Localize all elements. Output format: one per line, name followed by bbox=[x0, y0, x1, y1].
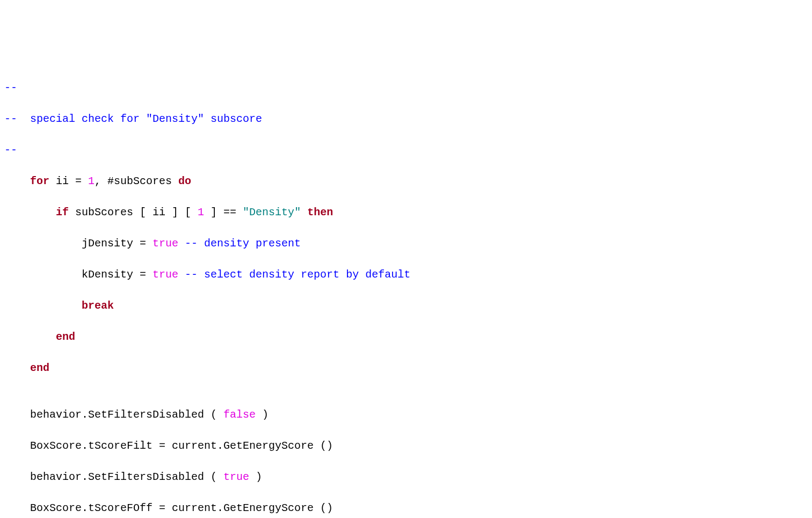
ident-token: ) bbox=[249, 471, 262, 483]
comment-token: -- bbox=[4, 144, 17, 156]
ident-token: jDensity = bbox=[4, 237, 153, 250]
ident-token: , #subScores bbox=[95, 175, 178, 187]
code-line: jDensity = true -- density present bbox=[4, 236, 808, 251]
ident-token bbox=[4, 300, 82, 312]
code-line: -- bbox=[4, 80, 808, 96]
ident-token: ii = bbox=[49, 175, 88, 187]
ident-token bbox=[178, 268, 185, 281]
keyword-token: then bbox=[307, 206, 333, 218]
keyword-token: if bbox=[56, 206, 69, 218]
ident-token: BoxScore.tScoreFilt = current.GetEnergyS… bbox=[4, 440, 333, 452]
code-line: for ii = 1, #subScores do bbox=[4, 173, 808, 189]
string-token: "Density" bbox=[243, 206, 301, 218]
keyword-token: do bbox=[178, 175, 191, 187]
keyword-token: end bbox=[30, 362, 49, 374]
ident-token: behavior.SetFiltersDisabled ( bbox=[4, 471, 223, 483]
boolean-token: true bbox=[153, 268, 178, 281]
ident-token: kDensity = bbox=[4, 268, 153, 281]
keyword-token: for bbox=[30, 175, 49, 187]
code-line: -- bbox=[4, 142, 808, 158]
ident-token: BoxScore.tScoreFOff = current.GetEnergyS… bbox=[4, 502, 333, 514]
ident-token bbox=[178, 237, 185, 250]
number-token: 1 bbox=[198, 206, 204, 218]
boolean-token: true bbox=[153, 237, 178, 250]
code-line: end bbox=[4, 360, 808, 376]
comment-token: -- select density report by default bbox=[185, 268, 410, 281]
comment-token: -- special check for "Density" subscore bbox=[4, 113, 262, 125]
code-line: -- special check for "Density" subscore bbox=[4, 111, 808, 127]
code-line: end bbox=[4, 329, 808, 345]
code-line: behavior.SetFiltersDisabled ( true ) bbox=[4, 469, 808, 485]
comment-token: -- bbox=[4, 82, 17, 94]
keyword-token: end bbox=[56, 331, 75, 343]
code-block: -- -- special check for "Density" subsco… bbox=[4, 64, 808, 518]
ident-token bbox=[301, 206, 307, 218]
ident-token bbox=[4, 331, 56, 343]
ident-token: ] == bbox=[204, 206, 243, 218]
ident-token: ) bbox=[256, 408, 269, 421]
ident-token bbox=[4, 175, 30, 187]
comment-token: -- density present bbox=[185, 237, 301, 250]
ident-token bbox=[4, 206, 56, 218]
code-line: behavior.SetFiltersDisabled ( false ) bbox=[4, 407, 808, 422]
boolean-token: true bbox=[223, 471, 249, 483]
ident-token: subScores [ ii ] [ bbox=[69, 206, 198, 218]
ident-token: behavior.SetFiltersDisabled ( bbox=[4, 408, 223, 421]
number-token: 1 bbox=[88, 175, 95, 187]
boolean-token: false bbox=[223, 408, 256, 421]
code-line: BoxScore.tScoreFilt = current.GetEnergyS… bbox=[4, 438, 808, 454]
keyword-token: break bbox=[82, 300, 114, 312]
code-line: break bbox=[4, 298, 808, 313]
ident-token bbox=[4, 362, 30, 374]
code-line: kDensity = true -- select density report… bbox=[4, 267, 808, 282]
code-line: if subScores [ ii ] [ 1 ] == "Density" t… bbox=[4, 205, 808, 220]
code-line: BoxScore.tScoreFOff = current.GetEnergyS… bbox=[4, 500, 808, 516]
